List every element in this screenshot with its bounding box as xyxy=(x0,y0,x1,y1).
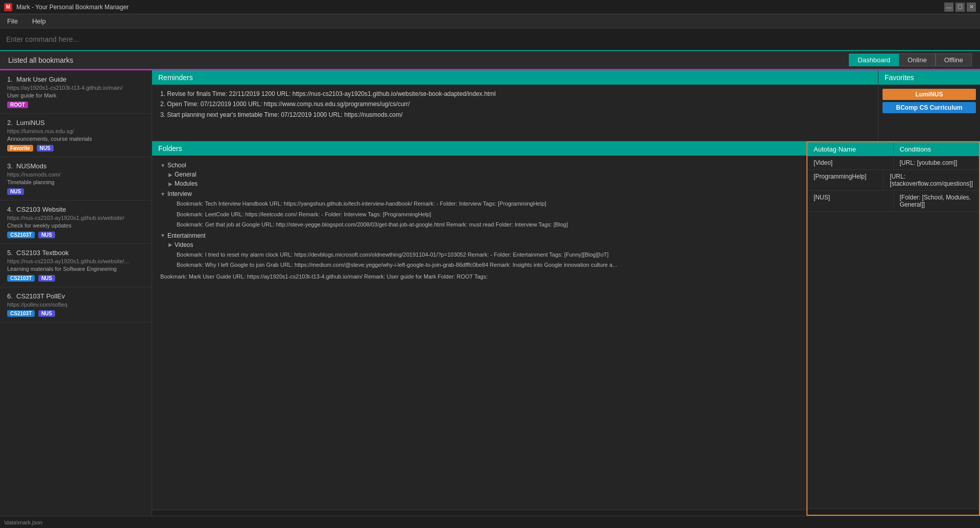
bookmark-item-1[interactable]: 1. Mark User Guide https://ay1920s1-cs21… xyxy=(0,70,152,114)
status-text: Listed all bookmarks xyxy=(8,56,74,64)
sidebar: 1. Mark User Guide https://ay1920s1-cs21… xyxy=(0,70,152,516)
reminder-2: 2. Open Time: 07/12/2019 1000 URL: https… xyxy=(160,99,870,109)
dashboard-button[interactable]: Dashboard xyxy=(849,54,899,66)
tree-entertainment: ▼ Entertainment ▶ Videos Bookmark: I tri… xyxy=(158,231,800,270)
autotag-cond-0: [URL: [youtube.com]] xyxy=(894,156,979,169)
autotag-cond-1: [URL: [stackoverflow.com/questions]] xyxy=(884,170,979,190)
bookmark-desc-3: Timetable planning xyxy=(7,179,144,185)
tag-cs2103t-4: CS2103T xyxy=(7,232,35,238)
folders-content: ▼ School ▶ General ▶ Modules xyxy=(152,156,806,510)
minimize-button[interactable]: — xyxy=(944,3,953,12)
reminders-header: Reminders xyxy=(152,70,878,85)
bookmark-mark-user-guide: Bookmark: Mark User Guide URL: https://a… xyxy=(158,271,800,282)
arrow-entertainment: ▼ xyxy=(160,233,165,238)
folder-modules[interactable]: ▶ Modules xyxy=(166,179,800,188)
menu-bar: File Help xyxy=(0,14,980,29)
view-buttons: Dashboard Online Offline xyxy=(849,54,972,66)
command-bar xyxy=(0,29,980,51)
folder-school-label: School xyxy=(167,162,186,169)
bookmark-url-3: https://nusmods.com/ xyxy=(7,171,144,178)
autotag-header: Autotag Name Conditions xyxy=(807,142,979,156)
folder-videos-label: Videos xyxy=(175,241,193,248)
autotag-cond-2: [Folder: [School, Modules, General]] xyxy=(894,191,979,211)
autotag-name-header: Autotag Name xyxy=(807,142,894,156)
title-bar: M Mark - Your Personal Bookmark Manager … xyxy=(0,0,980,14)
reminders-content: 1. Revise for finals Time: 22/11/2019 12… xyxy=(152,85,878,141)
reminders-section: Reminders 1. Revise for finals Time: 22/… xyxy=(152,70,878,141)
tag-cs2103t-6: CS2103T xyxy=(7,310,35,317)
bookmark-leetcode: Bookmark: LeetCode URL: https://leetcode… xyxy=(166,209,800,220)
folder-general-label: General xyxy=(175,171,197,178)
bookmark-item-6[interactable]: 6. CS2103T PollEv https://pollev.com/sof… xyxy=(0,287,152,322)
window-title: Mark - Your Personal Bookmark Manager xyxy=(16,4,129,11)
tag-nus-5: NUS xyxy=(38,275,55,282)
bookmark-desc-4: Check for weekly updates xyxy=(7,222,144,229)
autotag-name-0: [Video] xyxy=(807,156,894,169)
school-children: ▶ General ▶ Modules xyxy=(166,170,800,188)
bookmark-tech-interview: Bookmark: Tech Interview Handbook URL: h… xyxy=(166,198,800,209)
tag-favorite-2: Favorite xyxy=(7,145,33,152)
bookmark-url-4: https://nus-cs2103-ay1920s1.github.io/we… xyxy=(7,215,144,221)
folders-header: Folders xyxy=(152,141,806,156)
autotag-row-2: [NUS] [Folder: [School, Modules, General… xyxy=(807,191,979,212)
autotag-conditions-header: Conditions xyxy=(894,142,979,156)
folder-modules-label: Modules xyxy=(175,180,198,187)
tag-nus-3: NUS xyxy=(7,188,24,195)
bookmark-title-3: 3. NUSMods xyxy=(7,162,144,170)
reminder-3: 3. Start planning next year's timetable … xyxy=(160,110,870,120)
autotag-name-2: [NUS] xyxy=(807,191,894,211)
tag-nus-4: NUS xyxy=(38,232,55,238)
reminder-1: 1. Revise for finals Time: 22/11/2019 12… xyxy=(160,89,870,99)
autotag-name-1: [ProgrammingHelp] xyxy=(807,170,884,190)
tag-nus-6: NUS xyxy=(38,310,55,317)
bookmark-title-5: 5. CS2103 Textbook xyxy=(7,249,144,257)
bookmark-desc-2: Announcements, course materials xyxy=(7,136,144,142)
favorites-content: LumiNUS BComp CS Curriculum xyxy=(878,85,980,119)
bookmark-item-5[interactable]: 5. CS2103 Textbook https://nus-cs2103-ay… xyxy=(0,244,152,287)
favorite-luminus[interactable]: LumiNUS xyxy=(883,89,976,100)
command-input[interactable] xyxy=(6,35,974,43)
title-bar-left: M Mark - Your Personal Bookmark Manager xyxy=(4,3,129,11)
autotag-row-0: [Video] [URL: [youtube.com]] xyxy=(807,156,979,170)
favorites-section: Favorites LumiNUS BComp CS Curriculum xyxy=(878,70,980,141)
autotag-scrollbar[interactable] xyxy=(807,509,979,515)
folders-section: Folders ▼ School ▶ Gene xyxy=(152,141,806,516)
menu-help[interactable]: Help xyxy=(29,16,49,26)
maximize-button[interactable]: ☐ xyxy=(955,3,965,12)
close-button[interactable]: ✕ xyxy=(967,3,976,12)
tag-cs2103t-5: CS2103T xyxy=(7,275,35,282)
folder-entertainment-label: Entertainment xyxy=(167,232,206,239)
autotag-content: [Video] [URL: [youtube.com]] [Programmin… xyxy=(807,156,979,509)
offline-button[interactable]: Offline xyxy=(936,54,972,66)
folder-tree: ▼ School ▶ General ▶ Modules xyxy=(154,161,804,282)
folder-interview[interactable]: ▼ Interview xyxy=(158,189,800,198)
folder-entertainment[interactable]: ▼ Entertainment xyxy=(158,231,800,240)
bookmark-desc-5: Learning materials for Software Engineer… xyxy=(7,266,144,272)
folder-general[interactable]: ▶ General xyxy=(166,170,800,179)
bookmark-google-grab: Bookmark: Why I left Google to join Grab… xyxy=(166,260,800,270)
arrow-modules: ▶ xyxy=(168,181,173,187)
bookmark-title-2: 2. LumiNUS xyxy=(7,119,144,127)
entertainment-children: ▶ Videos Bookmark: I tried to reset my a… xyxy=(166,240,800,270)
online-button[interactable]: Online xyxy=(899,54,936,66)
right-panel: Reminders 1. Revise for finals Time: 22/… xyxy=(152,70,980,516)
autotag-section: Autotag Name Conditions [Video] [URL: [y… xyxy=(806,141,980,516)
folders-scrollbar[interactable] xyxy=(152,510,806,516)
bookmark-item-3[interactable]: 3. NUSMods https://nusmods.com/ Timetabl… xyxy=(0,157,152,200)
menu-file[interactable]: File xyxy=(4,16,21,26)
favorite-bcomp[interactable]: BComp CS Curriculum xyxy=(883,102,976,113)
folder-interview-label: Interview xyxy=(167,190,192,197)
window-controls[interactable]: — ☐ ✕ xyxy=(944,3,976,12)
bookmark-url-2: https://luminus.nus.edu.sg/ xyxy=(7,128,144,134)
bookmark-item-2[interactable]: 2. LumiNUS https://luminus.nus.edu.sg/ A… xyxy=(0,114,152,157)
favorites-header: Favorites xyxy=(878,70,980,85)
folder-videos[interactable]: ▶ Videos xyxy=(166,240,800,249)
arrow-interview: ▼ xyxy=(160,191,165,197)
app-icon: M xyxy=(4,3,12,11)
top-row: Reminders 1. Revise for finals Time: 22/… xyxy=(152,70,980,141)
bookmark-desc-1: User guide for Mark xyxy=(7,92,144,98)
bookmark-get-job-google: Bookmark: Get that job at Google URL: ht… xyxy=(166,219,800,230)
bookmark-title-6: 6. CS2103T PollEv xyxy=(7,292,144,300)
folder-school[interactable]: ▼ School xyxy=(158,161,800,170)
bookmark-item-4[interactable]: 4. CS2103 Website https://nus-cs2103-ay1… xyxy=(0,200,152,244)
